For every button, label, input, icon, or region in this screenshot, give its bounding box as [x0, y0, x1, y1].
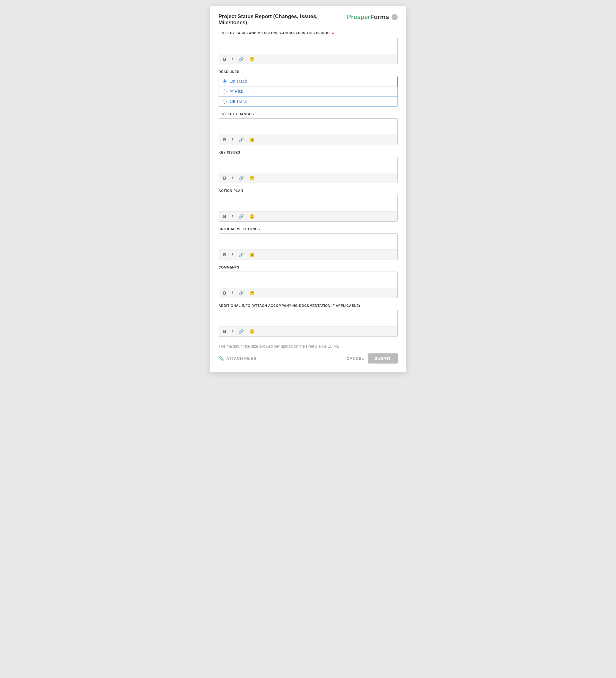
radio-option-off-track[interactable]: Off Track	[219, 96, 398, 107]
link-button-3[interactable]: 🔗	[237, 175, 245, 181]
emoji-button-6[interactable]: 🙂	[248, 290, 256, 296]
emoji-button-1[interactable]: 🙂	[248, 56, 256, 62]
key-tasks-input[interactable]	[219, 38, 397, 54]
key-changes-toolbar: B I 🔗 🙂	[219, 135, 397, 145]
modal-container: Project Status Report (Changes, Issues, …	[210, 6, 406, 372]
bold-button-6[interactable]: B	[222, 290, 227, 296]
link-button-7[interactable]: 🔗	[237, 328, 245, 334]
deadlines-radio-group: On Track At Risk Off Track	[219, 76, 398, 107]
modal-header: Project Status Report (Changes, Issues, …	[219, 13, 398, 26]
section-label-comments: COMMENTS	[219, 265, 398, 269]
key-tasks-editor: B I 🔗 🙂	[219, 38, 398, 64]
emoji-button-5[interactable]: 🙂	[248, 252, 256, 258]
required-indicator: ★	[330, 31, 335, 35]
link-button-5[interactable]: 🔗	[237, 252, 245, 258]
attach-files-button[interactable]: 📎 ATTACH FILES	[219, 356, 256, 362]
key-issues-editor: B I 🔗 🙂	[219, 157, 398, 183]
section-label-key-tasks: LIST KEY TASKS AND MILESTONES ACHIEVED I…	[219, 31, 398, 35]
footer-right: CANCEL SUBMIT	[347, 353, 397, 364]
additional-info-editor: B I 🔗 🙂	[219, 310, 398, 337]
emoji-button-2[interactable]: 🙂	[248, 137, 256, 143]
key-changes-editor: B I 🔗 🙂	[219, 118, 398, 145]
key-issues-toolbar: B I 🔗 🙂	[219, 173, 397, 183]
bold-button-3[interactable]: B	[222, 175, 227, 181]
italic-button-2[interactable]: I	[230, 137, 234, 143]
radio-at-risk[interactable]	[223, 89, 227, 93]
brand-prosper: Prosper	[347, 13, 370, 21]
section-label-critical-milestones: CRITICAL MILESTONES	[219, 227, 398, 231]
section-label-additional-info: ADDITIONAL INFO (ATTACH ACCOMPANYING DOC…	[219, 304, 398, 307]
attach-icon: 📎	[219, 356, 225, 362]
bold-button-5[interactable]: B	[222, 252, 227, 258]
italic-button-5[interactable]: I	[230, 252, 234, 258]
section-label-key-issues: KEY ISSUES	[219, 150, 398, 154]
italic-button-6[interactable]: I	[230, 290, 234, 296]
italic-button-1[interactable]: I	[230, 56, 234, 62]
emoji-button-7[interactable]: 🙂	[248, 328, 256, 334]
bold-button-2[interactable]: B	[222, 137, 227, 143]
radio-on-track[interactable]	[223, 79, 227, 83]
header-right: ProsperForms ×	[347, 13, 398, 21]
comments-editor: B I 🔗 🙂	[219, 271, 398, 298]
section-label-deadlines: DEADLINES	[219, 70, 398, 74]
radio-on-track-label: On Track	[230, 79, 247, 84]
emoji-button-4[interactable]: 🙂	[248, 213, 256, 220]
key-issues-input[interactable]	[219, 157, 397, 173]
radio-off-track-label: Off Track	[230, 99, 247, 104]
radio-at-risk-label: At Risk	[230, 89, 243, 94]
modal-title: Project Status Report (Changes, Issues, …	[219, 13, 347, 26]
key-changes-input[interactable]	[219, 119, 397, 135]
section-label-key-changes: LIST KEY CHANGES	[219, 112, 398, 116]
link-button-2[interactable]: 🔗	[237, 137, 245, 143]
italic-button-3[interactable]: I	[230, 175, 234, 181]
radio-option-on-track[interactable]: On Track	[219, 76, 398, 86]
italic-button-7[interactable]: I	[230, 328, 234, 334]
file-size-note: The maximum file size allowed per upload…	[219, 344, 398, 348]
attach-label: ATTACH FILES	[226, 356, 256, 361]
link-button-4[interactable]: 🔗	[237, 213, 245, 220]
action-plan-toolbar: B I 🔗 🙂	[219, 211, 397, 221]
section-label-action-plan: ACTION PLAN	[219, 189, 398, 192]
italic-button-4[interactable]: I	[230, 213, 234, 220]
radio-off-track[interactable]	[223, 100, 227, 104]
additional-info-input[interactable]	[219, 310, 397, 326]
action-plan-editor: B I 🔗 🙂	[219, 195, 398, 222]
additional-info-toolbar: B I 🔗 🙂	[219, 326, 397, 336]
comments-toolbar: B I 🔗 🙂	[219, 288, 397, 298]
key-tasks-toolbar: B I 🔗 🙂	[219, 54, 397, 64]
radio-option-at-risk[interactable]: At Risk	[219, 86, 398, 97]
bold-button-4[interactable]: B	[222, 213, 227, 220]
comments-input[interactable]	[219, 272, 397, 288]
bold-button-7[interactable]: B	[222, 328, 227, 334]
critical-milestones-input[interactable]	[219, 233, 397, 250]
close-button[interactable]: ×	[392, 14, 398, 20]
link-button-6[interactable]: 🔗	[237, 290, 245, 296]
brand-logo: ProsperForms	[347, 13, 389, 21]
critical-milestones-toolbar: B I 🔗 🙂	[219, 250, 397, 260]
link-button-1[interactable]: 🔗	[237, 56, 245, 62]
critical-milestones-editor: B I 🔗 🙂	[219, 233, 398, 260]
brand-forms: Forms	[370, 13, 389, 21]
emoji-button-3[interactable]: 🙂	[248, 175, 256, 181]
cancel-button[interactable]: CANCEL	[347, 356, 364, 361]
modal-footer: The maximum file size allowed per upload…	[219, 344, 398, 364]
bold-button-1[interactable]: B	[222, 56, 227, 62]
footer-actions: 📎 ATTACH FILES CANCEL SUBMIT	[219, 353, 398, 364]
action-plan-input[interactable]	[219, 195, 397, 211]
submit-button[interactable]: SUBMIT	[368, 353, 398, 364]
